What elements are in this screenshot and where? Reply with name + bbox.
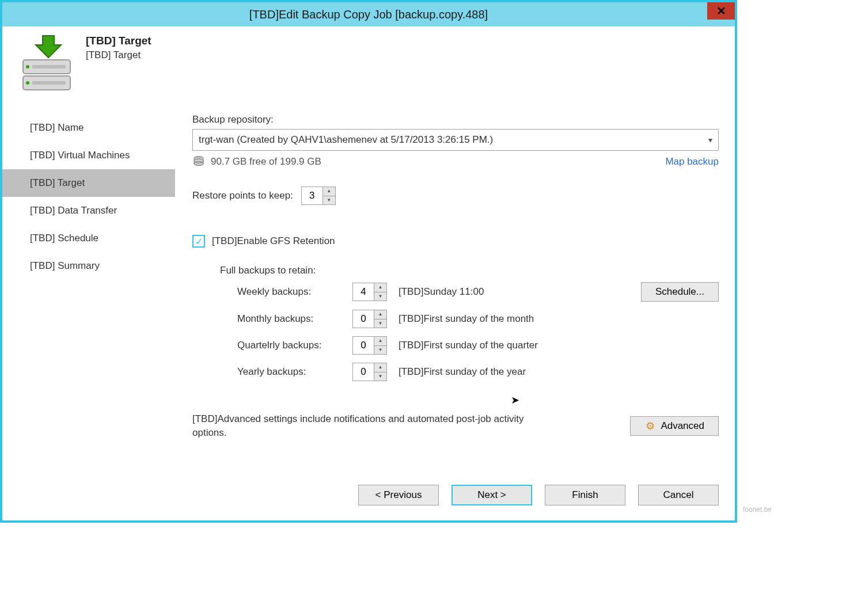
dialog-window: [TBD]Edit Backup Copy Job [backup.copy.4… (0, 0, 737, 523)
retain-title: Full backups to retain: (220, 265, 719, 276)
advanced-button-label: Advanced (661, 420, 704, 432)
nav-item-target[interactable]: [TBD] Target (2, 169, 175, 197)
nav-item-data-transfer[interactable]: [TBD] Data Transfer (2, 197, 175, 225)
target-icon (20, 35, 74, 92)
restore-points-spinner[interactable]: ▲ ▼ (301, 187, 336, 205)
gear-icon: ⚙ (644, 420, 656, 432)
yearly-input[interactable] (352, 363, 374, 381)
svg-point-5 (26, 81, 29, 85)
advanced-description: [TBD]Advanced settings include notificat… (192, 412, 549, 440)
yearly-desc: [TBD]First sunday of the year (399, 366, 571, 378)
svg-point-2 (26, 65, 29, 69)
watermark: foonet.be (743, 505, 772, 514)
weekly-desc: [TBD]Sunday 11:00 (399, 286, 571, 298)
yearly-label: Yearly backups: (237, 366, 352, 378)
monthly-desc: [TBD]First sunday of the month (399, 313, 571, 325)
weekly-label: Weekly backups: (237, 286, 352, 298)
chevron-down-icon: ▾ (708, 135, 712, 145)
nav-item-schedule[interactable]: [TBD] Schedule (2, 225, 175, 252)
spinner-down-icon[interactable]: ▼ (374, 292, 386, 301)
gfs-checkbox-label: [TBD]Enable GFS Retention (212, 235, 335, 247)
monthly-input[interactable] (352, 310, 374, 328)
repo-value: trgt-wan (Created by QAHV1\ashemenev at … (199, 134, 493, 146)
close-icon: ✕ (716, 4, 726, 18)
quarterly-desc: [TBD]First sunday of the quarter (399, 340, 571, 351)
next-button[interactable]: Next > (452, 485, 532, 505)
restore-points-input[interactable] (301, 187, 323, 205)
finish-button[interactable]: Finish (545, 485, 625, 505)
quarterly-label: Quartelrly backups: (237, 340, 352, 351)
wizard-content: Backup repository: trgt-wan (Created by … (175, 102, 735, 471)
wizard-nav: [TBD] Name [TBD] Virtual Machines [TBD] … (2, 102, 175, 471)
svg-marker-0 (36, 36, 61, 58)
previous-button[interactable]: < Previous (358, 485, 439, 505)
quarterly-input[interactable] (352, 336, 374, 355)
spinner-up-icon[interactable]: ▲ (323, 187, 335, 196)
titlebar: [TBD]Edit Backup Copy Job [backup.copy.4… (2, 2, 735, 26)
spinner-down-icon[interactable]: ▼ (323, 196, 335, 205)
monthly-label: Monthly backups: (237, 313, 352, 325)
window-title: [TBD]Edit Backup Copy Job [backup.copy.4… (249, 8, 488, 21)
spinner-down-icon[interactable]: ▼ (374, 320, 386, 328)
weekly-input[interactable] (352, 283, 374, 301)
spinner-down-icon[interactable]: ▼ (374, 346, 386, 355)
spinner-up-icon[interactable]: ▲ (374, 363, 386, 372)
free-space-text: 90.7 GB free of 199.9 GB (211, 156, 321, 168)
advanced-button[interactable]: ⚙ Advanced (630, 416, 719, 436)
svg-rect-3 (32, 65, 66, 69)
cancel-button[interactable]: Cancel (638, 485, 719, 505)
restore-points-label: Restore points to keep: (192, 190, 293, 201)
header-subtitle: [TBD] Target (86, 50, 151, 61)
gfs-checkbox[interactable]: ✓ (192, 235, 205, 248)
schedule-button[interactable]: Schedule... (641, 282, 719, 302)
nav-item-virtual-machines[interactable]: [TBD] Virtual Machines (2, 142, 175, 169)
spinner-up-icon[interactable]: ▲ (374, 337, 386, 346)
weekly-spinner[interactable]: ▲▼ (352, 283, 399, 301)
nav-item-name[interactable]: [TBD] Name (2, 114, 175, 142)
wizard-footer: < Previous Next > Finish Cancel (2, 471, 735, 520)
svg-rect-6 (32, 81, 66, 85)
spinner-up-icon[interactable]: ▲ (374, 283, 386, 292)
yearly-spinner[interactable]: ▲▼ (352, 363, 399, 381)
repo-label: Backup repository: (192, 114, 719, 126)
close-button[interactable]: ✕ (707, 2, 735, 20)
spinner-down-icon[interactable]: ▼ (374, 372, 386, 381)
nav-item-summary[interactable]: [TBD] Summary (2, 252, 175, 280)
quarterly-spinner[interactable]: ▲▼ (352, 336, 399, 355)
wizard-header: [TBD] Target [TBD] Target (2, 26, 735, 102)
header-title: [TBD] Target (86, 35, 151, 47)
repo-dropdown[interactable]: trgt-wan (Created by QAHV1\ashemenev at … (192, 129, 719, 151)
monthly-spinner[interactable]: ▲▼ (352, 310, 399, 328)
database-icon (192, 155, 205, 168)
map-backup-link[interactable]: Map backup (665, 156, 719, 168)
spinner-up-icon[interactable]: ▲ (374, 310, 386, 320)
